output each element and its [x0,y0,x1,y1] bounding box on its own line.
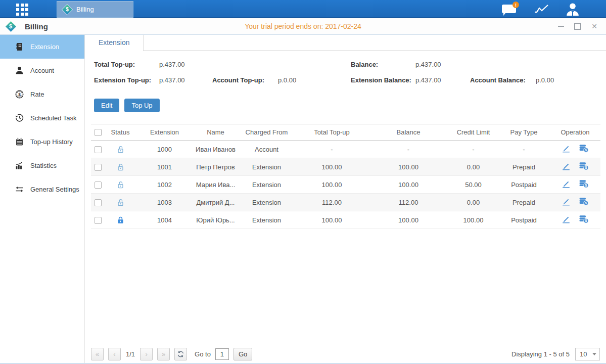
table-row: 1000Иван ИвановAccount----$ [91,141,600,158]
edit-pencil-icon[interactable] [562,180,571,188]
edit-pencil-icon[interactable] [562,162,571,170]
cell-extension: 1004 [135,211,194,229]
cell-total-topup: 100.00 [296,158,368,176]
lock-open-icon[interactable] [116,198,125,207]
taskbar-tab-billing[interactable]: $ Billing [57,1,133,18]
topup-coins-icon[interactable]: $ [579,144,589,153]
account-balance-label: Account Balance: [470,75,526,85]
row-select-cell [91,158,105,176]
goto-page-input[interactable] [215,348,229,360]
tab-extension[interactable]: Extension [85,35,144,51]
row-checkbox[interactable] [95,146,102,153]
sidebar-item-account[interactable]: Account [0,59,84,82]
topup-coins-icon[interactable]: $ [579,197,589,206]
sidebar-item-rate[interactable]: $ Rate [0,82,84,106]
row-checkbox[interactable] [95,199,102,206]
topup-button[interactable]: Top Up [124,99,159,112]
edit-pencil-icon[interactable] [562,145,571,153]
scheduled-task-clock-icon [15,114,24,122]
svg-text:$: $ [585,202,587,206]
cell-pay-type: - [498,141,550,158]
window-title: Billing [25,22,48,31]
account-person-icon [15,66,24,75]
cell-credit-limit: - [449,141,498,158]
lock-closed-icon[interactable] [116,216,125,224]
row-select-cell [91,194,105,211]
cell-operation: $ [550,141,600,158]
balance-value: p.437.00 [415,60,441,70]
row-checkbox[interactable] [95,181,102,189]
edit-button[interactable]: Edit [94,99,119,112]
column-header-name[interactable]: Name [194,124,238,141]
select-all-checkbox[interactable] [95,129,102,136]
prev-page-button[interactable]: ‹ [108,348,121,360]
sidebar-item-statistics[interactable]: Statistics [0,154,84,177]
minimize-button[interactable] [557,23,565,30]
maximize-button[interactable] [574,23,581,30]
cell-name: Мария Ива... [194,176,238,194]
account-topup-label: Account Top-up: [212,75,264,85]
select-all-header [91,124,105,141]
column-header-extension[interactable]: Extension [135,124,194,141]
page-size-select[interactable]: 10 [575,348,600,360]
column-header-charged-from[interactable]: Charged From [238,124,296,141]
cell-extension: 1002 [135,176,194,194]
cell-charged-from: Extension [238,194,296,211]
next-page-button[interactable]: › [140,348,153,360]
column-header-pay-type[interactable]: Pay Type [498,124,550,141]
go-button[interactable]: Go [234,348,252,360]
rate-dollar-icon: $ [15,90,24,99]
displaying-count: Displaying 1 - 5 of 5 [511,350,570,358]
svg-text:$: $ [585,166,587,170]
column-header-credit-limit[interactable]: Credit Limit [449,124,498,141]
cell-charged-from: Extension [238,211,296,229]
window-titlebar: Your trial period ends on: 2017-02-24 $ … [0,18,606,35]
topup-coins-icon[interactable]: $ [579,162,589,170]
lock-open-icon[interactable] [116,163,125,171]
balance-label: Balance: [351,60,378,70]
row-select-cell [91,141,105,158]
app-launcher-grid-icon[interactable] [16,3,29,16]
trial-notice: Your trial period ends on: 2017-02-24 [0,18,606,34]
column-header-total-top-up[interactable]: Total Top-up [296,124,368,141]
lock-open-icon[interactable] [116,145,125,154]
user-account-icon[interactable] [566,3,580,16]
cell-total-topup: 100.00 [296,176,368,194]
cell-operation: $ [550,194,600,211]
table-row: 1001Петр ПетровExtension100.00100.000.00… [91,158,600,176]
sidebar-item-scheduled-task[interactable]: Scheduled Task [0,106,84,130]
cell-name: Дмитрий Д... [194,194,238,211]
cell-balance: 100.00 [368,211,449,229]
row-checkbox[interactable] [95,164,102,171]
sidebar-item-top-up-history[interactable]: Top-up History [0,130,84,154]
statistics-chart-icon [15,161,24,170]
cell-balance: 100.00 [368,158,449,176]
cell-charged-from: Extension [238,176,296,194]
column-header-operation[interactable]: Operation [550,124,600,141]
last-page-button[interactable]: » [157,348,170,360]
column-header-balance[interactable]: Balance [368,124,449,141]
resource-monitor-icon[interactable] [534,3,549,15]
edit-pencil-icon[interactable] [562,215,571,223]
close-button[interactable] [591,23,598,30]
column-header-status[interactable]: Status [105,124,135,141]
sidebar-item-general-settings[interactable]: General Settings [0,177,84,201]
row-checkbox[interactable] [95,217,102,224]
taskbar-tab-label: Billing [76,6,94,13]
refresh-button[interactable] [174,348,187,360]
topup-history-calendar-icon [15,138,24,146]
topup-coins-icon[interactable]: $ [579,179,589,188]
lock-open-icon[interactable] [116,180,125,189]
messages-icon[interactable]: ! [502,3,517,15]
cell-status [105,211,135,229]
sidebar-item-label: Account [30,67,54,74]
topup-coins-icon[interactable]: $ [579,215,589,223]
billing-app-icon: $ [6,22,15,31]
first-page-button[interactable]: « [91,348,104,360]
page-size-value: 10 [576,350,592,358]
svg-text:$: $ [18,92,21,97]
svg-text:$: $ [585,184,587,188]
extension-book-icon [15,42,24,51]
sidebar-item-extension[interactable]: Extension [0,35,84,59]
edit-pencil-icon[interactable] [562,198,571,206]
